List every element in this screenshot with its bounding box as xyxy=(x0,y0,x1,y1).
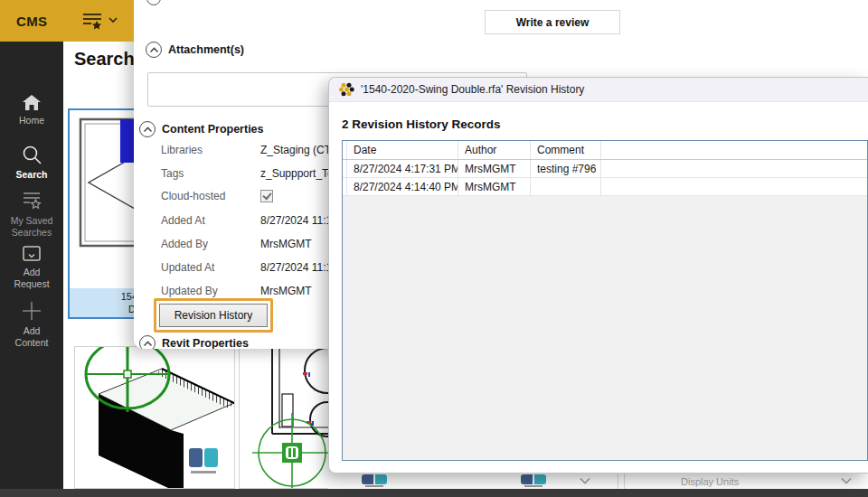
revision-history-dialog: '1540-2020-Swing Double.rfa' Revision Hi… xyxy=(328,77,868,474)
top-app-bar: CMS xyxy=(0,0,134,42)
column-header-comment[interactable]: Comment xyxy=(531,141,601,159)
sidebar-item-add-request[interactable]: Add Request xyxy=(0,244,63,290)
cell-divider xyxy=(618,474,618,489)
saved-search-icon xyxy=(21,190,42,211)
chevron-up-circle-icon[interactable] xyxy=(146,42,162,58)
chevron-down-icon[interactable] xyxy=(841,477,852,484)
field-label: Updated By xyxy=(161,285,218,297)
saved-search-menu-icon[interactable] xyxy=(81,11,121,31)
field-label: Cloud-hosted xyxy=(161,190,225,202)
field-label: Added At xyxy=(161,214,205,227)
sidebar-item-add-content[interactable]: Add Content xyxy=(0,300,63,349)
sidebar-item-label: Search xyxy=(0,169,63,181)
attachments-section-label: Attachment(s) xyxy=(168,43,244,56)
cell-filler xyxy=(601,160,867,177)
cloud-hosted-checkbox[interactable] xyxy=(260,190,273,202)
cell-date: 8/27/2024 4:17:31 PM xyxy=(347,160,458,177)
sidebar-item-label2: Content xyxy=(0,337,63,349)
chevron-up-circle-icon[interactable] xyxy=(139,121,156,137)
dialog-title: '1540-2020-Swing Double.rfa' Revision Hi… xyxy=(361,83,584,96)
home-icon xyxy=(22,94,42,111)
bottom-window-edge xyxy=(0,489,868,497)
column-header-author[interactable]: Author xyxy=(458,141,531,159)
app-window: Search 1540 D xyxy=(0,0,868,497)
collapsed-section-icon[interactable] xyxy=(146,0,161,5)
sidebar-item-label: Add xyxy=(0,325,63,337)
search-icon xyxy=(22,145,42,165)
dialog-title-bar[interactable]: '1540-2020-Swing Double.rfa' Revision Hi… xyxy=(329,78,868,102)
table-row[interactable]: 8/27/2024 4:14:40 PM MrsMGMT xyxy=(343,178,867,196)
chevron-up-circle-icon[interactable] xyxy=(139,335,156,349)
write-review-button[interactable]: Write a review xyxy=(485,10,620,34)
field-label: Updated At xyxy=(161,261,214,274)
field-value: MrsMGMT xyxy=(260,285,312,297)
table-row[interactable]: 8/27/2024 4:17:31 PM MrsMGMT testing #79… xyxy=(343,160,867,178)
logo-caption xyxy=(365,485,383,487)
cell-comment: testing #796 xyxy=(531,160,601,177)
cell-filler xyxy=(601,178,867,195)
revit-properties-section-header: Revit Properties xyxy=(139,335,249,349)
chevron-down-icon xyxy=(109,18,117,22)
sidebar-item-label: My Saved xyxy=(0,215,63,227)
field-value: MrsMGMT xyxy=(260,238,312,250)
sidebar-item-search[interactable]: Search xyxy=(0,145,63,181)
app-brand: CMS xyxy=(16,14,47,29)
column-header-filler xyxy=(601,141,867,159)
revision-history-table: Date Author Comment 8/27/2024 4:17:31 PM… xyxy=(342,140,868,461)
field-label: Tags xyxy=(161,167,184,180)
content-properties-section-label: Content Properties xyxy=(162,123,264,136)
cell-author: MrsMGMT xyxy=(458,178,531,195)
attachments-section-header: Attachment(s) xyxy=(146,42,244,58)
background-page-strip: Display Units xyxy=(328,474,868,489)
chevron-down-icon[interactable] xyxy=(580,477,590,484)
cad-3d-drawing xyxy=(75,347,234,488)
content-properties-section-header: Content Properties xyxy=(139,121,264,137)
sidebar-item-my-saved-searches[interactable]: My Saved Searches xyxy=(0,190,63,239)
sidebar-item-label2: Request xyxy=(0,278,63,290)
table-header-row: Date Author Comment xyxy=(343,141,867,160)
page-title: Search xyxy=(74,49,135,70)
sidebar-item-label: Home xyxy=(0,115,63,127)
cell-author: MrsMGMT xyxy=(458,160,531,177)
cell-comment xyxy=(531,178,601,195)
display-units-label: Display Units xyxy=(681,476,739,487)
ctc-logo-icon xyxy=(521,474,546,484)
sidebar-nav: Home Search My Saved Searches xyxy=(0,42,63,489)
records-count-heading: 2 Revision History Records xyxy=(342,117,501,131)
cell-divider xyxy=(624,474,625,489)
ctc-logo-icon xyxy=(362,474,387,484)
logo-caption xyxy=(524,485,542,487)
sidebar-item-label2: Searches xyxy=(0,227,63,239)
field-label: Libraries xyxy=(161,144,203,156)
sidebar-item-home[interactable]: Home xyxy=(0,94,63,127)
column-header-date[interactable]: Date xyxy=(347,141,458,159)
revit-properties-section-label: Revit Properties xyxy=(162,337,249,349)
add-content-icon xyxy=(21,300,42,322)
app-window-icon xyxy=(338,81,354,98)
revision-history-button[interactable]: Revision History xyxy=(159,304,268,327)
field-label: Added By xyxy=(161,238,208,250)
cell-date: 8/27/2024 4:14:40 PM xyxy=(347,178,458,195)
add-request-icon xyxy=(21,244,42,263)
search-result-thumbnail-3d[interactable] xyxy=(74,346,235,489)
sidebar-item-label: Add xyxy=(0,267,63,278)
